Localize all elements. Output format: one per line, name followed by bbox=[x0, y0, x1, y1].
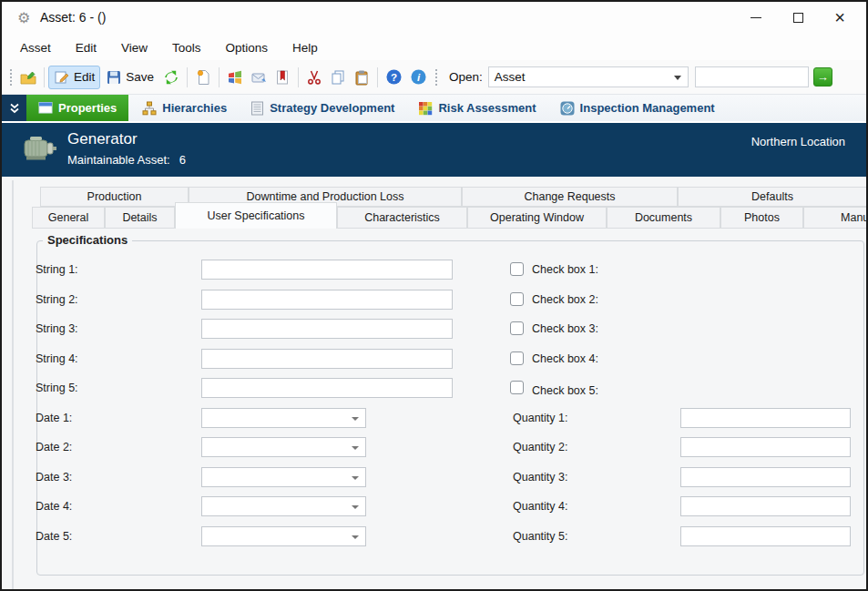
quantity-2-input[interactable] bbox=[680, 437, 851, 457]
date-2-picker[interactable] bbox=[201, 437, 366, 457]
module-tab-inspection-management[interactable]: Inspection Management bbox=[548, 95, 727, 121]
asset-number: 6 bbox=[179, 153, 186, 167]
tab-change-requests[interactable]: Change Requests bbox=[462, 187, 678, 207]
module-tab-label: Strategy Development bbox=[270, 101, 394, 115]
go-button[interactable]: → bbox=[813, 67, 832, 87]
check-box-2-label: Check box 2: bbox=[532, 290, 598, 310]
report-icon[interactable] bbox=[271, 66, 294, 88]
string-2-input[interactable] bbox=[201, 290, 453, 310]
date-3-picker[interactable] bbox=[201, 467, 366, 487]
minimize-button[interactable] bbox=[735, 2, 777, 33]
string-5-input[interactable] bbox=[201, 378, 453, 398]
open-type-combobox[interactable]: Asset bbox=[488, 66, 689, 87]
check-box-4-label: Check box 4: bbox=[532, 349, 598, 369]
go-arrow-icon: → bbox=[817, 70, 829, 84]
tab-characteristics[interactable]: Characteristics bbox=[337, 207, 467, 229]
open-folder-icon[interactable] bbox=[16, 66, 40, 88]
tab-documents[interactable]: Documents bbox=[607, 207, 720, 229]
quantity-5-input[interactable] bbox=[680, 526, 851, 546]
gear-app-icon: ⚙ bbox=[17, 10, 33, 25]
save-button[interactable]: Save bbox=[100, 66, 159, 89]
risk-matrix-icon bbox=[418, 101, 433, 116]
refresh-icon[interactable] bbox=[159, 66, 183, 88]
date-3-label: Date 3: bbox=[36, 467, 72, 487]
menu-options[interactable]: Options bbox=[226, 41, 269, 55]
toolbar-grip[interactable] bbox=[8, 67, 14, 87]
date-5-picker[interactable] bbox=[201, 526, 366, 546]
module-tab-risk-assessment[interactable]: Risk Assessment bbox=[406, 95, 547, 121]
copy-icon[interactable] bbox=[326, 66, 350, 88]
string-3-input[interactable] bbox=[201, 319, 453, 339]
module-tab-label: Hierarchies bbox=[162, 101, 227, 115]
windows-icon[interactable] bbox=[223, 66, 247, 88]
close-icon: × bbox=[834, 8, 845, 26]
generator-motor-icon bbox=[18, 133, 58, 169]
string-1-input[interactable] bbox=[201, 260, 453, 280]
edit-button[interactable]: Edit bbox=[48, 66, 100, 89]
date-1-label: Date 1: bbox=[36, 408, 72, 428]
date-5-label: Date 5: bbox=[36, 526, 72, 546]
app-window: ⚙ Asset: 6 - () × Asset Edit View Tools … bbox=[0, 0, 868, 591]
menu-view[interactable]: View bbox=[121, 41, 148, 55]
quick-open-input[interactable] bbox=[695, 66, 809, 87]
open-label: Open: bbox=[449, 70, 483, 84]
quantity-4-input[interactable] bbox=[680, 496, 851, 516]
module-tab-strategy-development[interactable]: Strategy Development bbox=[239, 95, 406, 121]
window-title: Asset: 6 - () bbox=[40, 10, 106, 25]
check-box-2[interactable] bbox=[510, 292, 524, 306]
check-box-1[interactable] bbox=[510, 262, 524, 276]
check-box-5-label: Check box 5: bbox=[532, 381, 598, 401]
asset-subtitle: Maintainable Asset:6 bbox=[67, 153, 186, 167]
save-icon bbox=[106, 69, 122, 86]
cut-icon[interactable] bbox=[302, 66, 326, 88]
tab-user-specifications[interactable]: User Specifications bbox=[175, 202, 337, 229]
asset-header: Generator Maintainable Asset:6 Northern … bbox=[2, 123, 866, 177]
menu-help[interactable]: Help bbox=[292, 41, 318, 55]
chevron-down-icon bbox=[674, 76, 681, 80]
edit-icon bbox=[54, 69, 70, 86]
string-3-label: String 3: bbox=[36, 319, 78, 339]
module-tab-hierarchies[interactable]: Hierarchies bbox=[130, 95, 239, 121]
gauge-icon bbox=[560, 101, 575, 116]
tab-defaults[interactable]: Defaults bbox=[678, 187, 866, 207]
help-icon[interactable]: ? bbox=[382, 66, 406, 88]
tab-operating-window[interactable]: Operating Window bbox=[467, 207, 607, 229]
tab-general[interactable]: General bbox=[32, 207, 105, 229]
asset-type-label: Maintainable Asset: bbox=[67, 153, 170, 167]
date-4-picker[interactable] bbox=[201, 496, 366, 516]
module-tab-properties[interactable]: Properties bbox=[26, 95, 128, 121]
module-tab-label: Inspection Management bbox=[580, 101, 715, 115]
send-icon[interactable] bbox=[247, 66, 271, 88]
menu-tools[interactable]: Tools bbox=[172, 41, 201, 55]
quantity-3-input[interactable] bbox=[680, 467, 851, 487]
string-5-label: String 5: bbox=[36, 378, 78, 398]
menu-edit[interactable]: Edit bbox=[76, 41, 97, 55]
splitter-handle[interactable] bbox=[12, 180, 14, 589]
string-4-input[interactable] bbox=[201, 349, 453, 369]
minimize-icon bbox=[751, 17, 761, 18]
document-icon bbox=[250, 101, 264, 116]
close-button[interactable]: × bbox=[819, 2, 861, 33]
check-box-1-label: Check box 1: bbox=[532, 260, 598, 280]
check-box-3[interactable] bbox=[510, 321, 524, 335]
tab-details[interactable]: Details bbox=[105, 207, 175, 229]
save-button-label: Save bbox=[126, 70, 154, 84]
toolbar-separator bbox=[219, 67, 220, 87]
quantity-1-input[interactable] bbox=[680, 408, 851, 428]
check-box-3-label: Check box 3: bbox=[532, 319, 598, 339]
collapse-button[interactable] bbox=[2, 95, 26, 121]
title-bar: ⚙ Asset: 6 - () × bbox=[2, 2, 866, 35]
check-box-4[interactable] bbox=[510, 352, 524, 365]
paste-icon[interactable] bbox=[350, 66, 373, 88]
tab-production[interactable]: Production bbox=[40, 187, 189, 207]
toolbar-grip[interactable] bbox=[434, 67, 439, 87]
date-1-picker[interactable] bbox=[201, 408, 366, 428]
info-icon[interactable]: i bbox=[406, 66, 431, 88]
check-box-5[interactable] bbox=[510, 381, 524, 394]
menu-asset[interactable]: Asset bbox=[20, 41, 51, 55]
maximize-button[interactable] bbox=[777, 2, 819, 33]
new-document-icon[interactable] bbox=[191, 66, 215, 88]
tab-manufacturer[interactable]: Manufac bbox=[803, 207, 866, 229]
tab-photos[interactable]: Photos bbox=[720, 207, 803, 229]
toolbar-separator bbox=[187, 67, 188, 87]
